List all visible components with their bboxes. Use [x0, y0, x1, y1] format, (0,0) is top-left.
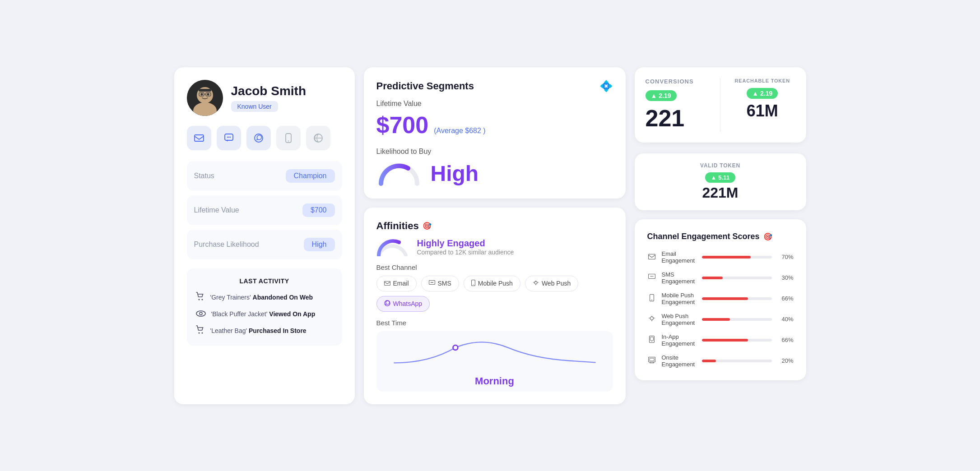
cart-icon-1	[196, 292, 205, 303]
svg-point-21	[200, 312, 202, 315]
in-app-score-icon	[647, 336, 656, 345]
whatsapp-channel-btn[interactable]	[246, 126, 271, 150]
affinities-header: Affinities 🎯	[376, 220, 613, 232]
svg-point-23	[201, 332, 203, 333]
svg-point-26	[431, 282, 432, 283]
time-chart-svg	[385, 338, 604, 370]
eye-icon	[196, 309, 206, 319]
score-row-onsite: Onsite Engagement 20%	[647, 354, 794, 368]
svg-point-37	[650, 276, 651, 277]
engagement-level: Highly Engaged	[417, 238, 514, 249]
svg-point-11	[227, 136, 228, 137]
lifetime-value-row: Lifetime Value $700	[187, 195, 342, 225]
mobile-push-score-label: Mobile Push Engagement	[662, 292, 697, 305]
profile-info: Jacob Smith Known User	[231, 84, 306, 112]
svg-point-38	[651, 276, 652, 277]
valid-token-up-icon: ▲	[711, 174, 716, 181]
onsite-score-track	[702, 360, 772, 362]
svg-rect-44	[650, 337, 653, 341]
svg-point-18	[198, 299, 200, 300]
reachable-badge: ▲ 2.19	[747, 88, 778, 99]
valid-token-card: VALID TOKEN ▲ 5.11 221M	[635, 153, 806, 210]
valid-token-badge: ▲ 5.11	[705, 172, 735, 183]
in-app-score-pct: 66%	[777, 337, 794, 343]
high-value: High	[431, 161, 479, 186]
purchase-likelihood-value: High	[304, 238, 335, 251]
reachable-title: REACHABLE TOKEN	[729, 78, 795, 83]
svg-rect-24	[384, 282, 390, 286]
reachable-value: 61M	[729, 102, 795, 120]
sms-score-pct: 30%	[777, 274, 794, 281]
cart-icon-2	[196, 325, 205, 337]
lifetime-value-label: Lifetime Value	[194, 206, 239, 214]
affinities-magic-icon: 🎯	[423, 222, 432, 230]
conversions-main: CONVERSIONS ▲ 2.19 221	[646, 78, 711, 132]
channel-icons	[187, 126, 342, 150]
valid-token-badge-value: 5.11	[718, 174, 729, 181]
in-app-score-label: In-App Engagement	[662, 333, 697, 347]
activity-text-2: 'Black Puffer Jacket' Viewed On App	[211, 310, 316, 318]
activity-text-1: 'Grey Trainers' Abandoned On Web	[210, 294, 313, 301]
sms-channel-btn[interactable]	[217, 126, 241, 150]
channel-scores-header: Channel Engagement Scores 🎯	[647, 232, 794, 241]
svg-point-19	[201, 299, 203, 300]
conversion-value: 221	[646, 105, 711, 132]
channel-scores-card: Channel Engagement Scores 🎯 Email Engage…	[635, 219, 806, 380]
svg-rect-47	[650, 358, 654, 361]
predictive-segments-card: Predictive Segments 💠 Lifetime Value $70…	[364, 67, 626, 199]
gauge-row: High	[376, 161, 613, 186]
sms-tag-icon	[429, 280, 435, 287]
predictive-lifetime-label: Lifetime Value	[376, 100, 613, 108]
mobile-push-score-icon	[647, 294, 656, 303]
email-score-pct: 70%	[777, 254, 794, 260]
right-panel: CONVERSIONS ▲ 2.19 221 REACHABLE TOKEN ▲…	[635, 67, 806, 404]
web-push-score-track	[702, 318, 772, 321]
onsite-score-icon	[647, 357, 656, 365]
predictive-title: Predictive Segments	[376, 80, 474, 92]
affinities-text: Highly Engaged Compared to 12K similar a…	[417, 238, 514, 256]
reachable-badge-value: 2.19	[760, 90, 772, 97]
sms-score-track	[702, 277, 772, 279]
mobile-push-channel-btn[interactable]	[276, 126, 301, 150]
predictive-lifetime-value: $700	[376, 111, 429, 139]
conversions-divider	[720, 78, 720, 132]
whatsapp-tag-icon	[384, 300, 390, 308]
channel-scores-title: Channel Engagement Scores	[647, 232, 760, 241]
email-channel-btn[interactable]	[187, 126, 211, 150]
onsite-score-label: Onsite Engagement	[662, 354, 697, 368]
svg-point-42	[650, 317, 653, 320]
conversion-badge-value: 2.19	[659, 92, 671, 99]
web-push-channel-btn[interactable]	[306, 126, 330, 150]
predictive-avg: (Average $682 )	[434, 127, 485, 135]
status-label: Status	[194, 172, 214, 180]
profile-name: Jacob Smith	[231, 84, 306, 98]
avatar	[187, 80, 223, 116]
conversions-title: CONVERSIONS	[646, 78, 711, 85]
in-app-score-track	[702, 339, 772, 342]
affinities-title: Affinities	[376, 220, 419, 232]
email-score-icon	[647, 253, 656, 261]
web-push-tag-label: Web Push	[542, 280, 571, 287]
channel-tags: Email SMS Mobile Push	[376, 276, 613, 312]
left-panel: Jacob Smith Known User Status Champi	[174, 67, 355, 404]
middle-panel: Predictive Segments 💠 Lifetime Value $70…	[364, 67, 626, 404]
score-row-email: Email Engagement 70%	[647, 250, 794, 264]
svg-point-13	[229, 136, 230, 137]
best-time-label: Best Time	[376, 319, 613, 327]
channel-tag-email: Email	[376, 276, 417, 291]
mobile-push-score-pct: 66%	[777, 295, 794, 302]
svg-point-45	[651, 341, 652, 342]
sms-score-label: SMS Engagement	[662, 271, 697, 285]
svg-point-22	[198, 332, 200, 333]
web-push-score-fill	[702, 318, 730, 321]
channel-scores-icon: 🎯	[763, 232, 772, 241]
svg-point-3	[200, 93, 203, 95]
last-activity-title: LAST ACTIVITY	[196, 277, 333, 285]
email-score-fill	[702, 256, 751, 259]
likelihood-label: Likelihood to Buy	[376, 148, 613, 156]
channel-tag-sms: SMS	[421, 276, 459, 291]
avg-close: )	[483, 127, 485, 134]
affinities-gauge	[376, 238, 408, 256]
email-tag-label: Email	[393, 280, 409, 287]
web-push-score-label: Web Push Engagement	[662, 313, 697, 326]
